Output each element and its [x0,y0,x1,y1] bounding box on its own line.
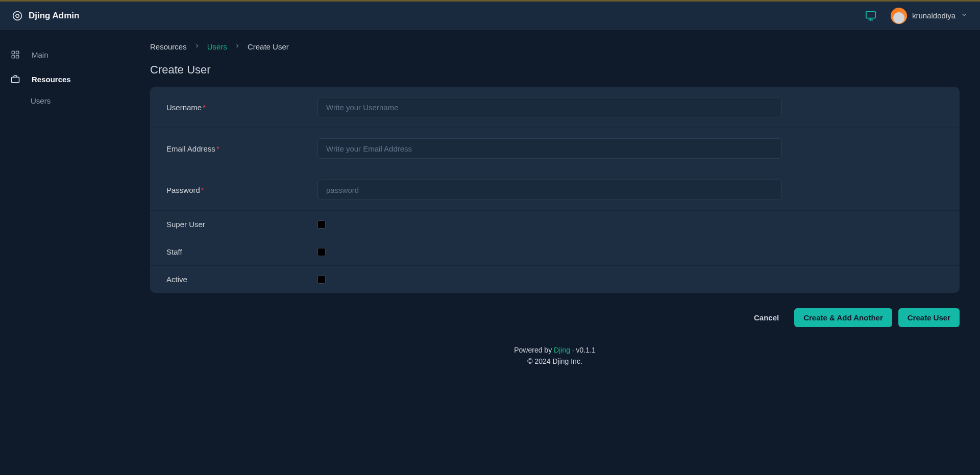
form-row-active: Active [150,266,960,293]
chevron-right-icon [194,43,200,51]
form-row-staff: Staff [150,238,960,266]
form-actions: Cancel Create & Add Another Create User [150,308,960,327]
username-label: krunaldodiya [912,11,955,20]
super-user-label: Super User [166,220,317,229]
main-content: Resources Users Create User Create User … [138,30,980,473]
briefcase-icon [10,74,20,84]
svg-rect-7 [16,56,19,58]
required-marker: * [201,186,204,194]
active-checkbox[interactable] [317,276,326,284]
sidebar-item-resources[interactable]: Resources [0,67,138,91]
sidebar-subitem-users[interactable]: Users [0,91,138,110]
svg-rect-5 [16,51,19,54]
sidebar-users-label: Users [31,96,51,105]
sidebar: Main Resources Users [0,30,138,473]
svg-rect-1 [866,11,875,18]
footer-link[interactable]: Djing [554,346,570,354]
breadcrumb-users[interactable]: Users [207,42,227,51]
active-label: Active [166,275,317,284]
form-row-username: Username* [150,87,960,128]
brand-title: Djing Admin [29,11,79,21]
email-input[interactable] [317,138,782,159]
layout: Main Resources Users Resources Users [0,30,980,473]
cancel-button[interactable]: Cancel [745,308,788,327]
user-menu[interactable]: krunaldodiya [891,8,968,24]
footer-copyright: © 2024 Djing Inc. [150,356,960,367]
avatar [891,8,907,24]
create-add-another-button[interactable]: Create & Add Another [794,308,892,327]
svg-point-0 [13,11,22,20]
required-marker: * [203,103,206,112]
email-label: Email Address* [166,144,317,153]
breadcrumb-resources[interactable]: Resources [150,42,187,51]
staff-checkbox[interactable] [317,248,326,256]
breadcrumb: Resources Users Create User [150,42,960,51]
footer: Powered by Djing · v0.1.1 © 2024 Djing I… [150,344,960,367]
username-input[interactable] [317,97,782,117]
header-left: Djing Admin [12,11,79,21]
page-title: Create User [150,63,960,77]
form-row-email: Email Address* [150,128,960,169]
breadcrumb-create-user: Create User [248,42,289,51]
header-right: krunaldodiya [865,8,968,24]
footer-line1: Powered by Djing · v0.1.1 [150,344,960,356]
grid-icon [10,49,20,60]
password-input[interactable] [317,180,782,200]
chevron-right-icon [234,43,240,51]
svg-rect-8 [12,77,19,83]
chevron-down-icon [961,11,968,20]
staff-label: Staff [166,247,317,256]
monitor-icon[interactable] [865,10,876,21]
svg-rect-6 [12,56,14,58]
password-label: Password* [166,186,317,194]
sidebar-item-main[interactable]: Main [0,42,138,67]
sidebar-main-label: Main [32,51,48,59]
brand-logo-icon [12,11,22,21]
form-row-password: Password* [150,169,960,211]
form-card: Username* Email Address* Password* Super… [150,87,960,293]
sidebar-resources-label: Resources [32,75,71,84]
super-user-checkbox[interactable] [317,220,326,229]
form-row-super-user: Super User [150,211,960,238]
required-marker: * [216,144,219,153]
username-label: Username* [166,103,317,112]
create-user-button[interactable]: Create User [898,308,960,327]
svg-rect-4 [12,51,14,54]
app-header: Djing Admin krunaldodiya [0,2,980,30]
